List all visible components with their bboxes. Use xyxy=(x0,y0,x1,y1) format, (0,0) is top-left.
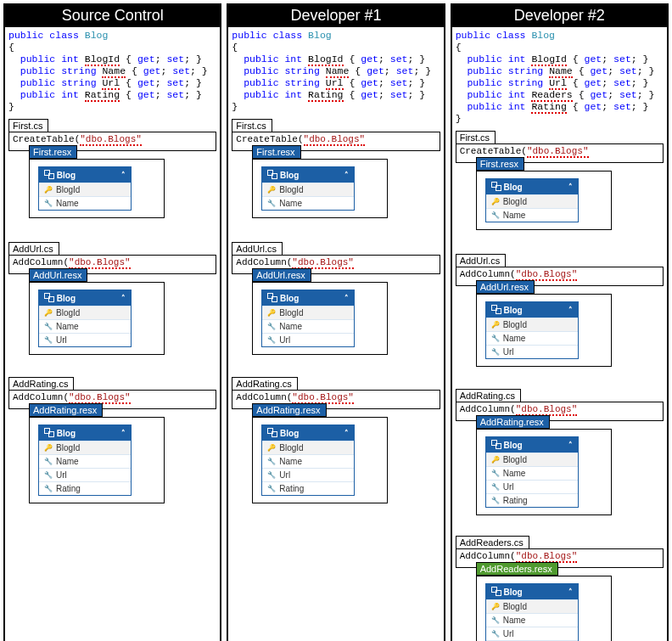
entity-field-name: BlogId xyxy=(503,320,527,329)
entity-field-name: Name xyxy=(56,322,79,331)
chevron-up-icon: ˄ xyxy=(121,171,126,179)
entity-field-name: Name xyxy=(503,469,526,478)
entity-field: 🔑BlogId xyxy=(39,441,131,454)
resx-file-tab: AddUrl.resx xyxy=(476,280,535,294)
wrench-icon: 🔧 xyxy=(267,471,276,479)
migration-block: AddRating.csAddColumn("dbo.Blogs"AddRati… xyxy=(232,376,440,516)
entity-field: 🔑BlogId xyxy=(262,441,354,454)
entity-field: 🔑BlogId xyxy=(486,453,578,466)
migration-block: First.csCreateTable("dbo.Blogs"First.res… xyxy=(8,118,216,234)
wrench-icon: 🔧 xyxy=(267,200,276,207)
entity-field-name: Url xyxy=(503,347,514,357)
code-block: public class Blog{ public int BlogId { g… xyxy=(5,27,220,118)
entity-field: 🔧Rating xyxy=(39,481,131,495)
cs-file-tab: AddUrl.cs xyxy=(232,242,283,256)
entity-field-name: BlogId xyxy=(279,308,303,318)
chevron-up-icon: ˄ xyxy=(568,183,573,191)
column-title: Developer #2 xyxy=(452,5,667,27)
entity-field-name: Rating xyxy=(56,484,81,493)
column: Source Controlpublic class Blog{ public … xyxy=(3,3,221,641)
entity-field: 🔧Name xyxy=(486,613,578,627)
migration-block: AddUrl.csAddColumn("dbo.Blogs"AddUrl.res… xyxy=(232,241,440,369)
entity-field: 🔑BlogId xyxy=(39,183,131,196)
entity-field-name: Url xyxy=(56,335,67,345)
resx-overlay: First.resx Blog˄🔑BlogId🔧Name xyxy=(476,157,612,230)
entity-header: Blog˄ xyxy=(39,167,131,183)
wrench-icon: 🔧 xyxy=(44,336,53,344)
key-icon: 🔑 xyxy=(44,444,53,452)
entity-field-name: Name xyxy=(503,211,526,220)
resx-overlay: AddUrl.resx Blog˄🔑BlogId🔧Name🔧Url xyxy=(476,280,612,367)
entity-field-name: Url xyxy=(279,335,290,345)
key-icon: 🔑 xyxy=(267,309,276,317)
entity-field: 🔧Rating xyxy=(486,493,578,507)
entity-diagram: Blog˄🔑BlogId🔧Name🔧Url🔧Rating xyxy=(261,425,355,496)
column-title: Source Control xyxy=(5,5,220,27)
cs-file-tab: AddRating.cs xyxy=(8,377,74,391)
entity-field: 🔑BlogId xyxy=(262,183,354,196)
entity-field-name: BlogId xyxy=(279,185,303,194)
cs-file-tab: First.cs xyxy=(456,131,496,144)
entity-header: Blog˄ xyxy=(486,584,578,599)
entity-field-name: Name xyxy=(279,322,302,331)
entity-field-name: Rating xyxy=(279,484,304,493)
resx-overlay: AddRating.resx Blog˄🔑BlogId🔧Name🔧Url🔧Rat… xyxy=(252,403,388,503)
resx-file-body: Blog˄🔑BlogId🔧Name🔧Url xyxy=(476,294,612,367)
chevron-up-icon: ˄ xyxy=(344,429,349,437)
wrench-icon: 🔧 xyxy=(491,616,500,624)
code-block: public class Blog{ public int BlogId { g… xyxy=(452,27,667,130)
entity-field: 🔑BlogId xyxy=(486,599,578,613)
resx-file-body: Blog˄🔑BlogId🔧Name🔧Url xyxy=(252,282,388,355)
entity-field-name: BlogId xyxy=(503,197,527,206)
chevron-up-icon: ˄ xyxy=(121,429,126,437)
table-icon xyxy=(491,587,501,595)
migration-block: First.csCreateTable("dbo.Blogs"First.res… xyxy=(232,118,440,234)
entity-diagram: Blog˄🔑BlogId🔧Name🔧Url xyxy=(261,290,355,347)
entity-field: 🔧Url xyxy=(486,480,578,493)
table-icon xyxy=(267,170,277,178)
entity-field-name: Name xyxy=(279,457,302,466)
key-icon: 🔑 xyxy=(491,198,500,205)
key-icon: 🔑 xyxy=(44,186,53,194)
entity-field-name: BlogId xyxy=(503,455,527,464)
cs-file-tab: AddRating.cs xyxy=(456,389,521,402)
entity-header: Blog˄ xyxy=(262,290,354,306)
resx-file-body: Blog˄🔑BlogId🔧Name🔧Url🔧Readers🔧Rating xyxy=(476,576,612,641)
key-icon: 🔑 xyxy=(491,321,500,329)
entity-field-name: Name xyxy=(503,334,526,343)
wrench-icon: 🔧 xyxy=(44,200,53,207)
entity-field: 🔧Name xyxy=(262,319,354,333)
wrench-icon: 🔧 xyxy=(44,471,53,479)
table-icon xyxy=(267,293,277,301)
entity-field: 🔧Name xyxy=(262,196,354,210)
entity-field: 🔑BlogId xyxy=(486,318,578,331)
resx-file-tab: AddRating.resx xyxy=(29,403,103,417)
migrations-area: First.csCreateTable("dbo.Blogs"First.res… xyxy=(452,130,667,641)
resx-file-body: Blog˄🔑BlogId🔧Name xyxy=(29,159,165,218)
entity-field: 🔧Url xyxy=(486,627,578,640)
entity-header: Blog˄ xyxy=(262,425,354,441)
resx-file-tab: First.resx xyxy=(476,157,524,171)
migration-block: AddUrl.csAddColumn("dbo.Blogs"AddUrl.res… xyxy=(456,253,664,381)
entity-diagram: Blog˄🔑BlogId🔧Name xyxy=(485,178,579,222)
resx-overlay: AddReaders.resx Blog˄🔑BlogId🔧Name🔧Url🔧Re… xyxy=(476,562,612,641)
entity-field-name: BlogId xyxy=(279,443,303,453)
migration-block: AddReaders.csAddColumn("dbo.Blogs"AddRea… xyxy=(456,535,664,641)
entity-field-name: BlogId xyxy=(503,602,527,611)
resx-file-body: Blog˄🔑BlogId🔧Name🔧Url🔧Rating xyxy=(476,429,612,515)
resx-file-body: Blog˄🔑BlogId🔧Name🔧Url🔧Rating xyxy=(252,417,388,503)
entity-field: 🔧Url xyxy=(39,468,131,481)
resx-overlay: AddRating.resx Blog˄🔑BlogId🔧Name🔧Url🔧Rat… xyxy=(476,415,612,515)
entity-field-name: Name xyxy=(56,199,79,208)
entity-field: 🔧Url xyxy=(486,345,578,358)
table-icon xyxy=(491,305,501,313)
chevron-up-icon: ˄ xyxy=(344,171,349,179)
migration-block: First.csCreateTable("dbo.Blogs"First.res… xyxy=(456,130,664,246)
chevron-up-icon: ˄ xyxy=(568,441,573,449)
table-icon xyxy=(491,440,501,448)
entity-field-name: BlogId xyxy=(56,308,80,318)
resx-file-tab: AddRating.resx xyxy=(252,403,326,417)
entity-diagram: Blog˄🔑BlogId🔧Name🔧Url🔧Rating xyxy=(485,436,579,508)
entity-field: 🔧Name xyxy=(39,196,131,210)
entity-field: 🔧Url xyxy=(262,468,354,481)
